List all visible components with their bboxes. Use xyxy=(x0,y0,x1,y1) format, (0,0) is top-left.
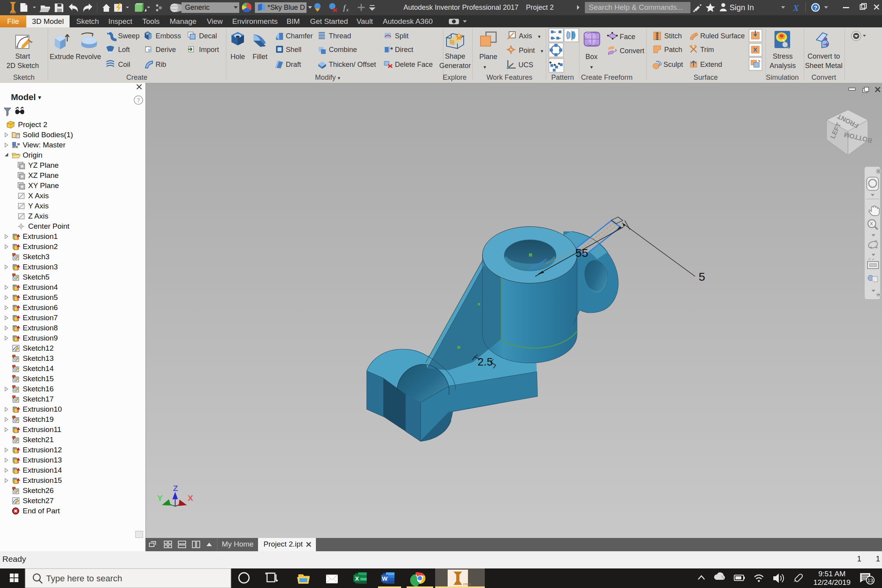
svg-text:*Sky Blue D: *Sky Blue D xyxy=(267,4,305,11)
svg-text:Type here to search: Type here to search xyxy=(46,574,122,583)
svg-text:X: X xyxy=(188,493,193,502)
svg-text:f: f xyxy=(343,4,346,12)
svg-text:Generic: Generic xyxy=(185,4,210,11)
svg-text:Search Help & Commands...: Search Help & Commands... xyxy=(589,3,683,11)
svg-text:Y: Y xyxy=(157,493,163,502)
svg-text:X: X xyxy=(355,575,359,582)
svg-text:x: x xyxy=(346,7,349,13)
svg-text:Z: Z xyxy=(173,484,178,493)
svg-text:13: 13 xyxy=(868,577,873,583)
svg-text:5: 5 xyxy=(699,270,705,283)
svg-text:X: X xyxy=(792,3,800,13)
svg-text:Sign In: Sign In xyxy=(730,3,754,12)
svg-text:PRO: PRO xyxy=(463,583,471,586)
svg-text:?: ? xyxy=(137,97,140,104)
svg-text:PRO: PRO xyxy=(10,12,16,14)
svg-text:?: ? xyxy=(814,4,817,11)
svg-text:W: W xyxy=(382,575,388,582)
